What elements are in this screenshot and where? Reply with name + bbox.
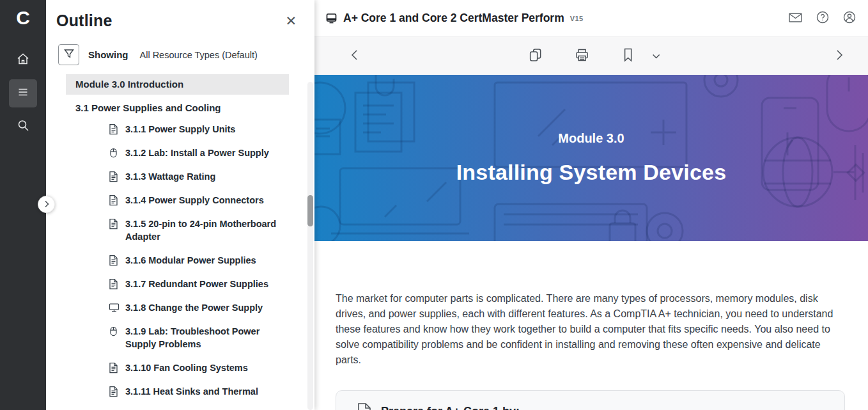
outline-item-label: 3.1.1 Power Supply Units	[125, 123, 235, 136]
outline-item[interactable]: 3.1.2 Lab: Install a Power Supply	[66, 141, 289, 165]
outline-item[interactable]: 3.1.11 Heat Sinks and Thermal	[66, 380, 289, 404]
outline-item-label: 3.1.10 Fan Cooling Systems	[125, 361, 248, 374]
copy-button[interactable]	[529, 47, 543, 65]
banner-module-label: Module 3.0	[558, 131, 624, 146]
showing-label: Showing	[88, 49, 128, 60]
lesson-content: The market for computer parts is complic…	[314, 241, 868, 410]
simulation-monitor-icon	[109, 302, 120, 313]
bookmark-icon	[622, 47, 635, 65]
chevron-left-icon	[350, 49, 359, 63]
search-icon	[16, 118, 30, 135]
home-button[interactable]	[9, 46, 37, 74]
close-outline-button[interactable]: ✕	[283, 12, 299, 30]
outline-item[interactable]: 3.1.7 Redundant Power Supplies	[66, 272, 289, 296]
print-icon	[575, 47, 590, 65]
bookmark-button[interactable]	[622, 47, 635, 65]
document-icon	[109, 218, 120, 230]
course-version-badge: V15	[570, 15, 584, 22]
close-icon: ✕	[285, 13, 297, 28]
prepare-document-icon	[353, 402, 372, 410]
home-icon	[16, 52, 30, 68]
print-button[interactable]	[575, 47, 590, 65]
outline-item-label: 3.1.9 Lab: Troubleshoot Power Supply Pro…	[125, 325, 289, 351]
copy-icon	[529, 47, 543, 65]
document-icon	[109, 278, 120, 290]
outline-item-label: 3.1.5 20-pin to 24-pin Motherboard Adapt…	[125, 217, 289, 243]
outline-item-label: 3.1 Power Supplies and Cooling	[75, 102, 221, 114]
outline-item-label: 3.1.8 Change the Power Supply	[125, 301, 263, 314]
outline-panel: Outline ✕ Showing All Resource Types (De…	[46, 0, 314, 410]
outline-item[interactable]: 3.1.3 Wattage Rating	[66, 165, 289, 189]
prepare-card: Prepare for A+ Core 1 by:	[336, 390, 845, 410]
reader-toolbar	[314, 37, 868, 75]
prepare-heading: Prepare for A+ Core 1 by:	[381, 405, 520, 410]
outline-item[interactable]: 3.1.5 20-pin to 24-pin Motherboard Adapt…	[66, 212, 289, 249]
outline-menu-button[interactable]	[9, 79, 37, 107]
filter-value: All Resource Types (Default)	[140, 50, 258, 60]
document-icon	[109, 255, 120, 266]
outline-scrollbar-thumb[interactable]	[307, 195, 313, 226]
document-icon	[109, 171, 120, 182]
outline-item[interactable]: 3.1.6 Modular Power Supplies	[66, 249, 289, 272]
course-header: A+ Core 1 and Core 2 CertMaster Perform …	[314, 0, 868, 37]
app-window: C Outline ✕	[0, 0, 868, 410]
document-icon	[109, 362, 120, 374]
help-button[interactable]	[816, 10, 830, 27]
course-monitor-icon	[325, 12, 337, 24]
mail-icon	[788, 11, 803, 26]
outline-item-label: 3.1.6 Modular Power Supplies	[125, 254, 256, 267]
account-icon	[842, 10, 856, 27]
outline-item-label: 3.1.3 Wattage Rating	[125, 170, 215, 183]
main-area: A+ Core 1 and Core 2 CertMaster Perform …	[314, 0, 868, 410]
filter-button[interactable]	[58, 44, 79, 65]
document-icon	[109, 386, 120, 397]
previous-page-button[interactable]	[350, 49, 359, 63]
outline-item[interactable]: Module 3.0 Introduction	[66, 74, 289, 95]
comptia-logo: C	[16, 6, 30, 29]
chevron-down-icon	[652, 51, 661, 62]
outline-scrollbar-track[interactable]	[307, 82, 313, 410]
messages-button[interactable]	[788, 11, 803, 26]
outline-item[interactable]: 3.1 Power Supplies and Cooling	[66, 95, 289, 118]
outline-item-label: 3.1.4 Power Supply Connectors	[125, 194, 264, 207]
next-page-button[interactable]	[835, 49, 844, 63]
chevron-right-icon	[835, 49, 844, 63]
outline-item[interactable]: 3.1.9 Lab: Troubleshoot Power Supply Pro…	[66, 320, 289, 356]
bookmark-menu-button[interactable]	[652, 51, 661, 62]
menu-icon	[16, 85, 30, 102]
outline-item[interactable]: 3.1.8 Change the Power Supply	[66, 296, 289, 320]
outline-item-label: Module 3.0 Introduction	[75, 78, 183, 91]
lab-mouse-icon	[109, 326, 120, 337]
search-button[interactable]	[9, 113, 37, 141]
help-icon	[816, 10, 830, 27]
outline-item[interactable]: 3.1.4 Power Supply Connectors	[66, 189, 289, 212]
account-button[interactable]	[842, 10, 856, 27]
outline-list: Module 3.0 Introduction3.1 Power Supplie…	[66, 74, 289, 404]
outline-item-label: 3.1.2 Lab: Install a Power Supply	[125, 146, 269, 159]
banner-title: Installing System Devices	[456, 160, 727, 185]
panel-toggle-button[interactable]	[38, 196, 55, 213]
document-icon	[109, 123, 120, 135]
outline-item-label: 3.1.7 Redundant Power Supplies	[125, 278, 268, 290]
chevron-right-icon	[43, 199, 50, 210]
banner-tech-pattern	[314, 75, 868, 241]
outline-item[interactable]: 3.1.10 Fan Cooling Systems	[66, 356, 289, 380]
module-banner: Module 3.0 Installing System Devices	[314, 75, 868, 241]
filter-funnel-icon	[63, 48, 75, 61]
intro-paragraph: The market for computer parts is complic…	[336, 291, 842, 368]
lab-mouse-icon	[109, 147, 120, 159]
outline-item[interactable]: 3.1.1 Power Supply Units	[66, 118, 289, 141]
outline-title: Outline	[56, 12, 112, 30]
document-icon	[109, 194, 120, 206]
course-title: A+ Core 1 and Core 2 CertMaster Perform	[343, 12, 564, 25]
outline-item-label: 3.1.11 Heat Sinks and Thermal	[125, 385, 258, 398]
